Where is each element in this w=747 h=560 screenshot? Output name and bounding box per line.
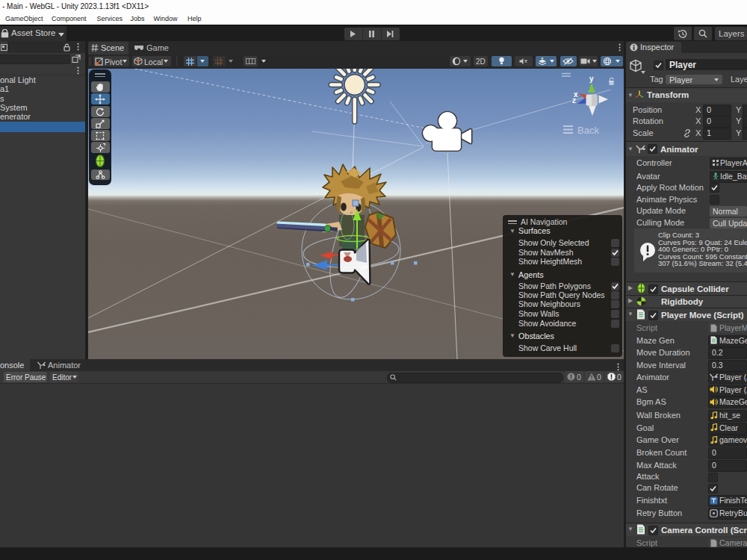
svg-text:y: y: [589, 75, 594, 83]
svg-text:z: z: [572, 96, 576, 105]
svg-text:Back: Back: [577, 125, 599, 136]
